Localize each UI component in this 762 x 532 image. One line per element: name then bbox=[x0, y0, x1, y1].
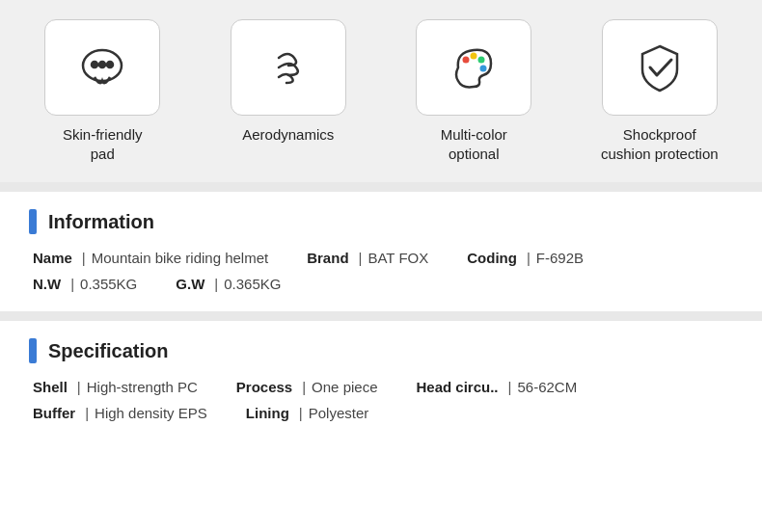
aerodynamics-label: Aerodynamics bbox=[242, 125, 334, 145]
specification-title-text: Specification bbox=[48, 340, 168, 362]
info-title-bar bbox=[29, 209, 37, 234]
multicolor-icon-box bbox=[416, 19, 531, 116]
feature-skin-friendly: Skin-friendlypad bbox=[25, 19, 179, 163]
headcirc-field-label: Head circu.. bbox=[417, 379, 499, 395]
name-field-label: Name bbox=[33, 250, 72, 266]
specification-title: Specification bbox=[29, 338, 733, 363]
brand-field-value: BAT FOX bbox=[367, 250, 428, 266]
svg-point-6 bbox=[478, 57, 485, 64]
nw-field-label: N.W bbox=[33, 276, 61, 292]
brand-field-label: Brand bbox=[307, 250, 348, 266]
spec-row-1: Shell | High-strength PC Process | One p… bbox=[33, 379, 733, 395]
info-row-1: Name | Mountain bike riding helmet Brand… bbox=[33, 250, 733, 266]
information-rows: Name | Mountain bike riding helmet Brand… bbox=[29, 250, 733, 292]
aerodynamics-icon-box bbox=[231, 19, 346, 116]
information-title: Information bbox=[29, 209, 733, 234]
spec-row-2: Buffer | High density EPS Lining | Polye… bbox=[33, 405, 733, 421]
information-title-text: Information bbox=[48, 211, 154, 233]
multicolor-label: Multi-coloroptional bbox=[441, 125, 507, 163]
pad-icon bbox=[73, 39, 131, 96]
coding-field-label: Coding bbox=[467, 250, 517, 266]
lining-field-value: Polyester bbox=[309, 405, 369, 421]
wind-icon bbox=[259, 39, 317, 96]
lining-field-label: Lining bbox=[246, 405, 289, 421]
nw-field-value: 0.355KG bbox=[80, 276, 137, 292]
svg-point-5 bbox=[471, 53, 477, 60]
skin-friendly-label: Skin-friendlypad bbox=[63, 125, 143, 163]
shockproof-icon-box bbox=[602, 19, 718, 116]
feature-shockproof: Shockproofcushion protection bbox=[583, 19, 737, 163]
name-field-value: Mountain bike riding helmet bbox=[92, 250, 268, 266]
feature-aerodynamics: Aerodynamics bbox=[211, 19, 366, 145]
palette-icon bbox=[445, 39, 503, 96]
shell-field-label: Shell bbox=[33, 379, 68, 395]
specification-section: Specification Shell | High-strength PC P… bbox=[0, 321, 762, 440]
svg-point-7 bbox=[480, 66, 487, 72]
specification-rows: Shell | High-strength PC Process | One p… bbox=[29, 379, 733, 421]
gw-field-value: 0.365KG bbox=[224, 276, 281, 292]
process-field-label: Process bbox=[236, 379, 292, 395]
svg-point-4 bbox=[463, 57, 470, 64]
features-section: Skin-friendlypad Aerodynamics Mult bbox=[0, 0, 762, 182]
info-row-2: N.W | 0.355KG G.W | 0.365KG bbox=[33, 276, 733, 292]
svg-point-1 bbox=[92, 62, 97, 67]
skin-friendly-icon-box bbox=[44, 19, 160, 116]
spec-title-bar bbox=[29, 338, 37, 363]
information-section: Information Name | Mountain bike riding … bbox=[0, 192, 762, 311]
svg-point-3 bbox=[107, 62, 113, 67]
shell-field-value: High-strength PC bbox=[87, 379, 198, 395]
buffer-field-value: High density EPS bbox=[95, 405, 207, 421]
svg-point-2 bbox=[99, 62, 105, 67]
section-divider-2 bbox=[0, 311, 762, 321]
buffer-field-label: Buffer bbox=[33, 405, 75, 421]
headcirc-field-value: 56-62CM bbox=[517, 379, 577, 395]
gw-field-label: G.W bbox=[176, 276, 204, 292]
coding-field-value: F-692B bbox=[536, 250, 584, 266]
section-divider bbox=[0, 182, 762, 192]
process-field-value: One piece bbox=[312, 379, 377, 395]
feature-multicolor: Multi-coloroptional bbox=[396, 19, 551, 163]
shockproof-label: Shockproofcushion protection bbox=[601, 125, 719, 163]
shield-icon bbox=[631, 39, 689, 96]
